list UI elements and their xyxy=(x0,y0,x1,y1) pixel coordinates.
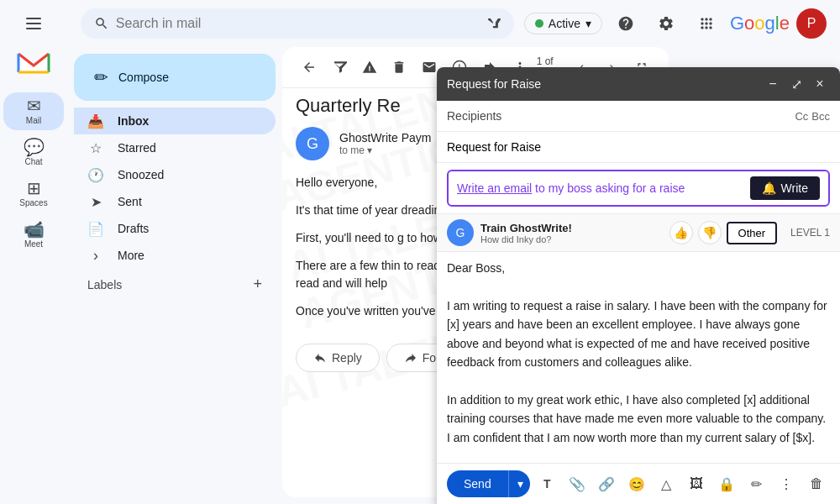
compose-modal: Request for Raise − ⤢ × Recipients Cc Bc… xyxy=(437,67,840,504)
drafts-icon: 📄 xyxy=(87,221,104,237)
to-expand-icon[interactable]: ▾ xyxy=(367,144,372,156)
archive-button[interactable] xyxy=(326,54,353,81)
insert-signature-button[interactable]: ✏ xyxy=(743,470,769,497)
compose-footer: Send ▾ T 📎 🔗 😊 △ 🖼 🔒 ✏ ⋮ 🗑 xyxy=(437,463,840,504)
sidebar-item-mail[interactable]: ✉ Mail xyxy=(3,92,64,130)
sent-icon: ➤ xyxy=(87,194,104,210)
compose-recipients-area: Recipients Cc Bcc xyxy=(437,101,840,132)
nav-label-inbox: Inbox xyxy=(118,114,149,128)
sender-avatar: G xyxy=(296,127,329,160)
ghostwrite-level: LEVEL 1 xyxy=(790,227,830,239)
forward-icon xyxy=(404,351,417,365)
more-chevron-icon: › xyxy=(87,247,104,265)
compose-pencil-icon: ✏ xyxy=(94,67,108,87)
report-spam-button[interactable] xyxy=(356,54,383,81)
confidential-mode-button[interactable]: 🔒 xyxy=(713,470,740,497)
help-button[interactable] xyxy=(609,7,643,40)
compose-expand-button[interactable]: ⤢ xyxy=(786,74,806,94)
ghostwrite-write-button[interactable]: 🔔 Write xyxy=(750,176,820,200)
compose-body[interactable]: Dear Boss, I am writing to request a rai… xyxy=(437,252,840,463)
compose-minimize-button[interactable]: − xyxy=(763,74,783,94)
subject-input[interactable] xyxy=(447,135,830,159)
format-text-button[interactable]: T xyxy=(533,470,560,497)
nav-item-starred[interactable]: ☆ Starred xyxy=(74,134,276,161)
nav-item-more[interactable]: › More xyxy=(74,242,276,269)
other-feedback-button[interactable]: Other xyxy=(727,222,778,244)
back-button[interactable] xyxy=(296,54,323,81)
ghostwrite-prompt-area: Write an email to my boss asking for a r… xyxy=(437,163,840,214)
nav-label-more: More xyxy=(118,249,144,262)
sidebar-item-spaces[interactable]: ⊞ Spaces xyxy=(3,175,64,213)
settings-button[interactable] xyxy=(649,7,683,40)
thumbup-button[interactable]: 👍 xyxy=(669,221,693,244)
inbox-icon: 📥 xyxy=(87,113,104,129)
compose-subject-field xyxy=(437,132,840,163)
sidebar-item-label-meet: Meet xyxy=(24,239,43,249)
add-label-button[interactable]: + xyxy=(253,276,262,293)
compose-para2: In addition to my great work ethic, I ha… xyxy=(447,391,830,447)
ghostwrite-feedback-buttons: 👍 👎 Other xyxy=(669,221,778,244)
search-bar[interactable] xyxy=(81,8,514,39)
insert-photo-button[interactable]: 🖼 xyxy=(683,470,710,497)
bcc-button[interactable]: Bcc xyxy=(811,110,830,123)
delete-button[interactable] xyxy=(386,54,412,81)
sidebar-item-label-spaces: Spaces xyxy=(19,198,47,207)
compose-header-buttons: − ⤢ × xyxy=(763,74,830,94)
ghostwrite-feedback-row: G Train GhostWrite! How did Inky do? 👍 👎… xyxy=(437,214,840,252)
nav-item-snoozed[interactable]: 🕐 Snoozed xyxy=(74,161,276,188)
svg-rect-1 xyxy=(26,23,41,24)
nav-item-sent[interactable]: ➤ Sent xyxy=(74,188,276,215)
topbar: Active ▾ Google P xyxy=(67,0,840,47)
reply-label: Reply xyxy=(332,351,362,365)
ghostwrite-avatar: G xyxy=(447,219,474,246)
sidebar-item-chat[interactable]: 💬 Chat xyxy=(3,134,64,171)
thumbdown-button[interactable]: 👎 xyxy=(698,221,722,244)
compose-label: Compose xyxy=(118,71,169,84)
ghostwrite-info: Train GhostWrite! How did Inky do? xyxy=(480,222,663,244)
nav-label-starred: Starred xyxy=(118,141,156,155)
labels-header: Labels + xyxy=(74,269,276,300)
hamburger-menu-button[interactable] xyxy=(17,7,50,40)
sidebar-item-meet[interactable]: 📹 Meet xyxy=(3,216,64,254)
nav-label-snoozed: Snoozed xyxy=(118,168,164,181)
compose-button[interactable]: ✏ Compose xyxy=(74,54,276,101)
more-options-button[interactable]: ⋮ xyxy=(773,470,800,497)
chat-icon: 💬 xyxy=(24,139,45,155)
compose-modal-title: Request for Raise xyxy=(447,77,541,91)
active-dropdown-icon: ▾ xyxy=(585,17,591,30)
discard-draft-button[interactable]: 🗑 xyxy=(803,470,830,497)
insert-drive-button[interactable]: △ xyxy=(654,470,680,497)
star-icon: ☆ xyxy=(87,140,104,156)
recipients-actions: Cc Bcc xyxy=(795,110,830,123)
nav-item-drafts[interactable]: 📄 Drafts xyxy=(74,215,276,242)
compose-close-button[interactable]: × xyxy=(810,74,830,94)
insert-link-button[interactable]: 🔗 xyxy=(594,470,621,497)
user-avatar[interactable]: P xyxy=(796,8,827,39)
recipients-label: Recipients xyxy=(447,109,501,123)
send-label[interactable]: Send xyxy=(447,470,508,497)
cc-button[interactable]: Cc xyxy=(795,110,808,123)
sidebar: ✉ Mail 💬 Chat ⊞ Spaces 📹 Meet xyxy=(0,0,67,504)
search-filter-icon[interactable] xyxy=(486,15,501,32)
reply-icon xyxy=(313,351,327,365)
ghostwrite-prompt: Write an email to my boss asking for a r… xyxy=(447,170,830,207)
apps-button[interactable] xyxy=(690,7,723,40)
prompt-write-email-link[interactable]: Write an email xyxy=(457,181,532,195)
insert-emoji-button[interactable]: 😊 xyxy=(623,470,650,497)
search-input[interactable] xyxy=(116,16,479,31)
nav-item-inbox[interactable]: 📥 Inbox xyxy=(74,108,276,134)
active-label: Active xyxy=(549,17,580,30)
nav-label-sent: Sent xyxy=(118,195,142,208)
prompt-write-email: Write an email to my boss asking for a r… xyxy=(457,181,743,195)
attach-file-button[interactable]: 📎 xyxy=(564,470,591,497)
google-logo: Google xyxy=(730,13,790,34)
send-dropdown-icon[interactable]: ▾ xyxy=(508,470,531,497)
nav-label-drafts: Drafts xyxy=(118,222,149,235)
recipients-field[interactable]: Recipients Cc Bcc xyxy=(447,104,830,128)
search-icon xyxy=(94,15,109,32)
topbar-right: Active ▾ Google P xyxy=(524,7,827,40)
active-status-badge[interactable]: Active ▾ xyxy=(524,13,602,34)
svg-rect-0 xyxy=(26,18,41,19)
reply-button[interactable]: Reply xyxy=(296,344,380,372)
send-button[interactable]: Send ▾ xyxy=(447,470,530,497)
